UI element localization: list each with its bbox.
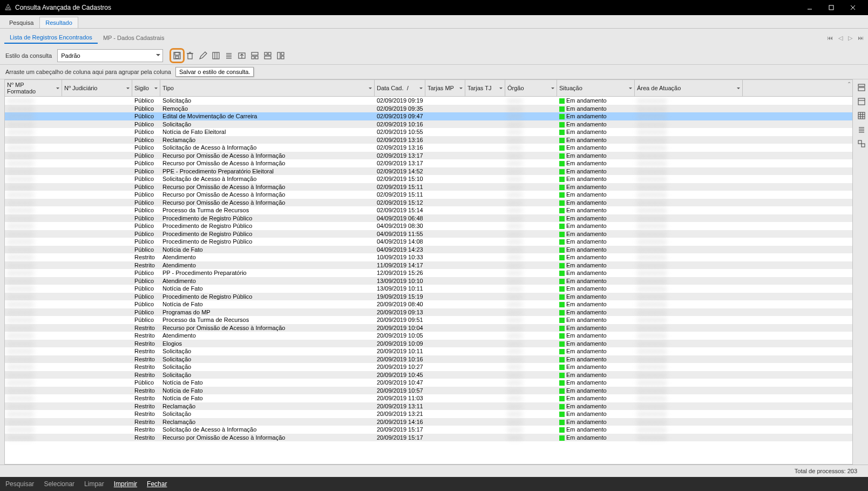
table-row[interactable]: xxxxxxxxxPúblicoPPE - Procedimento Prepa… [5, 167, 852, 176]
footer-pesquisar[interactable]: Pesquisar [5, 480, 34, 488]
col-area[interactable]: Área de Atuação [635, 80, 743, 96]
cell-orgao: xxxxx [505, 387, 557, 394]
table-row[interactable]: xxxxxxxxxRestritoSolicitação20/09/2019 1… [5, 363, 852, 371]
columns-button[interactable] [211, 50, 221, 61]
table-row[interactable]: xxxxxxxxxPúblicoRemoção02/09/2019 09:35x… [5, 105, 852, 113]
group-hint: Arraste um cabeçalho de coluna aqui para… [5, 69, 171, 75]
table-row[interactable]: xxxxxxxxxRestritoElogios20/09/2019 10:09… [5, 340, 852, 348]
table-row[interactable]: xxxxxxxxxRestritoNotícia de Fato20/09/20… [5, 387, 852, 395]
export-button[interactable] [236, 50, 247, 61]
table-row[interactable]: xxxxxxxxxRestritoSolicitação20/09/2019 1… [5, 355, 852, 364]
table-row[interactable]: xxxxxxxxxPúblicoProcedimento de Registro… [5, 230, 852, 238]
layout3-button[interactable] [275, 50, 286, 61]
col-njud[interactable]: Nº Judiciário [62, 80, 132, 96]
grid-body[interactable]: xxxxxxxxxPúblicoSolicitação02/09/2019 09… [5, 97, 852, 464]
col-tarjasmp[interactable]: Tarjas MP [425, 80, 465, 96]
side-btn-1[interactable] [857, 83, 866, 92]
side-btn-5[interactable] [857, 139, 866, 149]
list-button[interactable] [223, 50, 234, 61]
nav-next-icon[interactable]: ▷ [848, 35, 852, 42]
cell-orgao: xxxxx [505, 105, 557, 112]
table-row[interactable]: xxxxxxxxxRestritoReclamação20/09/2019 13… [5, 402, 852, 411]
table-row[interactable]: xxxxxxxxxRestritoAtendimento10/09/2019 1… [5, 253, 852, 261]
side-btn-2[interactable] [857, 97, 866, 106]
cell-data: 20/09/2019 10:11 [375, 348, 425, 354]
footer-limpar[interactable]: Limpar [84, 480, 104, 488]
table-row[interactable]: xxxxxxxxxPúblicoProcedimento de Registro… [5, 222, 852, 230]
table-row[interactable]: xxxxxxxxxPúblicoSolicitação02/09/2019 09… [5, 97, 852, 105]
side-btn-3[interactable] [857, 111, 866, 120]
delete-style-button[interactable] [185, 50, 195, 61]
table-row[interactable]: xxxxxxxxxPúblicoRecurso por Omissão de A… [5, 183, 852, 191]
col-datacad[interactable]: Data Cad. / [375, 80, 425, 96]
table-row[interactable]: xxxxxxxxxPúblicoProcedimento de Registro… [5, 214, 852, 223]
table-row[interactable]: xxxxxxxxxPúblicoRecurso por Omissão de A… [5, 199, 852, 207]
footer-imprimir[interactable]: Imprimir [114, 480, 137, 488]
table-row[interactable]: xxxxxxxxxPúblicoProcedimento de Registro… [5, 238, 852, 246]
col-nmp[interactable]: Nº MP Formatado [5, 80, 62, 96]
expand-icon[interactable]: ⌃ [847, 81, 851, 87]
tab-resultado[interactable]: Resultado [39, 17, 78, 28]
table-row[interactable]: xxxxxxxxxRestritoAtendimento20/09/2019 1… [5, 332, 852, 340]
layout1-button[interactable] [249, 50, 260, 61]
cell-nmp: xxxxxxxxx [5, 411, 62, 417]
close-button[interactable] [842, 0, 864, 15]
cell-orgao: xxxxx [505, 262, 557, 268]
table-row[interactable]: xxxxxxxxxRestritoRecurso por Omissão de … [5, 324, 852, 332]
table-row[interactable]: xxxxxxxxxPúblicoRecurso por Omissão de A… [5, 159, 852, 167]
table-row[interactable]: xxxxxxxxxPúblicoSolicitação02/09/2019 10… [5, 120, 852, 129]
cell-nmp: xxxxxxxxx [5, 207, 62, 213]
table-row[interactable]: xxxxxxxxxPúblicoProcedimento de Registro… [5, 293, 852, 301]
table-row[interactable]: xxxxxxxxxPúblicoProcesso da Turma de Rec… [5, 316, 852, 324]
footer-fechar[interactable]: Fechar [147, 480, 167, 488]
table-row[interactable]: xxxxxxxxxPúblicoNotícia de Fato20/09/201… [5, 300, 852, 308]
footer-selecionar[interactable]: Selecionar [44, 480, 74, 488]
table-row[interactable]: xxxxxxxxxRestritoRecurso por Omissão de … [5, 434, 852, 442]
table-row[interactable]: xxxxxxxxxPúblicoRecurso por Omissão de A… [5, 152, 852, 160]
table-row[interactable]: xxxxxxxxxPúblicoReclamação02/09/2019 13:… [5, 136, 852, 144]
table-row[interactable]: xxxxxxxxxPúblicoSolicitação de Acesso à … [5, 144, 852, 152]
table-row[interactable]: xxxxxxxxxRestritoSolicitação de Acesso à… [5, 426, 852, 434]
table-row[interactable]: xxxxxxxxxPúblicoSolicitação de Acesso à … [5, 175, 852, 183]
table-row[interactable]: xxxxxxxxxPúblicoProgramas do MP20/09/201… [5, 308, 852, 317]
col-sigilo[interactable]: Sigilo [132, 80, 160, 96]
table-row[interactable]: xxxxxxxxxRestritoSolicitação20/09/2019 1… [5, 371, 852, 379]
table-row[interactable]: xxxxxxxxxPúblicoPP - Procedimento Prepar… [5, 269, 852, 277]
table-row[interactable]: xxxxxxxxxRestritoSolicitação20/09/2019 1… [5, 410, 852, 418]
table-row[interactable]: xxxxxxxxxPúblicoAtendimento13/09/2019 10… [5, 277, 852, 285]
main-tabs: Pesquisa Resultado [0, 15, 868, 29]
col-situacao[interactable]: Situação [557, 80, 635, 96]
table-row[interactable]: xxxxxxxxxPúblicoProcesso da Turma de Rec… [5, 206, 852, 214]
estilo-select[interactable]: Padrão [57, 49, 163, 62]
group-by-bar[interactable]: Arraste um cabeçalho de coluna aqui para… [0, 64, 868, 79]
tab-dados-cadastrais[interactable]: MP - Dados Cadastrais [98, 32, 170, 43]
cell-data: 02/09/2019 15:11 [375, 184, 425, 190]
edit-button[interactable] [198, 50, 208, 61]
maximize-button[interactable] [820, 0, 842, 15]
col-orgao[interactable]: Órgão [505, 80, 557, 96]
table-row[interactable]: xxxxxxxxxPúblicoRecurso por Omissão de A… [5, 191, 852, 199]
table-row[interactable]: xxxxxxxxxPúblicoNotícia de Fato20/09/201… [5, 379, 852, 387]
table-row[interactable]: xxxxxxxxxRestritoAtendimento11/09/2019 1… [5, 261, 852, 270]
tab-pesquisa[interactable]: Pesquisa [3, 17, 39, 28]
cell-orgao: xxxxx [505, 395, 557, 401]
table-row[interactable]: xxxxxxxxxPúblicoNotícia de Fato04/09/201… [5, 246, 852, 254]
cell-data: 02/09/2019 13:16 [375, 144, 425, 151]
table-row[interactable]: xxxxxxxxxPúblicoNotícia de Fato Eleitora… [5, 128, 852, 136]
table-row[interactable]: xxxxxxxxxRestritoSolicitação20/09/2019 1… [5, 347, 852, 355]
table-row[interactable]: xxxxxxxxxRestritoNotícia de Fato20/09/20… [5, 394, 852, 402]
table-row[interactable]: xxxxxxxxxRestritoReclamação20/09/2019 14… [5, 418, 852, 426]
nav-last-icon[interactable]: ⏭ [858, 35, 864, 42]
nav-first-icon[interactable]: ⏮ [827, 35, 833, 42]
cell-sigilo: Restrito [132, 426, 160, 433]
layout2-button[interactable] [262, 50, 273, 61]
tab-lista-registros[interactable]: Lista de Registros Encontrados [4, 32, 98, 44]
table-row[interactable]: xxxxxxxxxPúblicoEdital de Movimentação d… [5, 112, 852, 120]
col-tipo[interactable]: Tipo [160, 80, 375, 96]
save-style-button[interactable] [172, 50, 182, 61]
col-tarjastj[interactable]: Tarjas TJ [465, 80, 505, 96]
nav-prev-icon[interactable]: ◁ [838, 35, 843, 42]
table-row[interactable]: xxxxxxxxxPúblicoNotícia de Fato13/09/201… [5, 285, 852, 293]
side-btn-4[interactable] [857, 125, 866, 134]
minimize-button[interactable] [799, 0, 820, 15]
